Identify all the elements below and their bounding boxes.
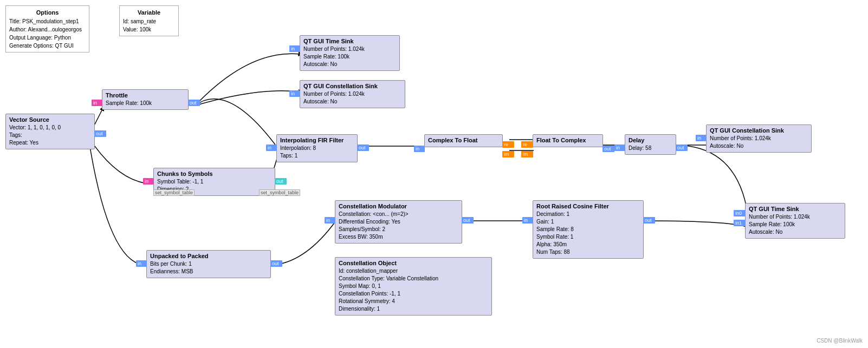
interpolating-fir-title: Interpolating FIR Filter — [280, 137, 354, 143]
vector-source-block[interactable]: Vector Source Vector: 1, 1, 0, 1, 0, 0 T… — [5, 114, 95, 149]
qt-gui-time-sink-2-field-3: Autoscale: No — [749, 228, 841, 236]
qt-gui-constellation-sink-1-block[interactable]: in QT GUI Constellation Sink Number of P… — [300, 80, 405, 108]
constellation-object-field-5: Rotational Symmetry: 4 — [339, 298, 488, 305]
constellation-modulator-field-1: Constellation: <con... (m=2)> — [339, 211, 458, 218]
qt-gui-constellation-sink-1-in-port[interactable]: in — [289, 90, 300, 97]
vector-source-title: Vector Source — [9, 116, 91, 123]
set-symbol-table-label-1: set_symbol_table — [153, 189, 195, 196]
delay-out-port[interactable]: out — [676, 145, 688, 151]
variable-field-2: Value: 100k — [123, 25, 175, 34]
root-raised-cosine-out-port[interactable]: out — [643, 217, 655, 224]
variable-block: Variable Id: samp_rate Value: 100k — [119, 5, 179, 36]
root-raised-cosine-field-6: Num Taps: 88 — [536, 248, 640, 256]
qt-gui-constellation-sink-1-title: QT GUI Constellation Sink — [303, 83, 401, 89]
constellation-modulator-block[interactable]: in Constellation Modulator Constellation… — [335, 200, 462, 244]
unpacked-to-packed-in-port[interactable]: in — [136, 260, 147, 267]
throttle-block[interactable]: in Throttle Sample Rate: 100k out — [102, 89, 189, 110]
float-to-complex-out-port[interactable]: out — [603, 146, 614, 152]
unpacked-to-packed-block[interactable]: in Unpacked to Packed Bits per Chunk: 1 … — [146, 250, 271, 278]
constellation-object-field-4: Constellation Points: -1, 1 — [339, 290, 488, 298]
unpacked-to-packed-field-1: Bits per Chunk: 1 — [150, 260, 267, 268]
complex-to-float-title: Complex To Float — [428, 137, 499, 143]
variable-title: Variable — [123, 8, 175, 17]
float-to-complex-block[interactable]: re im Float To Complex out — [533, 134, 603, 147]
interpolating-fir-out-port[interactable]: out — [357, 145, 369, 151]
qt-gui-time-sink-1-field-3: Autoscale: No — [303, 61, 396, 68]
vector-source-field-1: Vector: 1, 1, 0, 1, 0, 0 — [9, 124, 91, 132]
constellation-object-title: Constellation Object — [339, 260, 488, 266]
throttle-out-port[interactable]: out — [188, 100, 200, 106]
complex-to-float-in-port[interactable]: in — [414, 146, 425, 152]
interpolating-fir-field-2: Taps: 1 — [280, 152, 354, 160]
qt-gui-constellation-sink-1-field-1: Number of Points: 1.024k — [303, 90, 401, 98]
qt-gui-time-sink-1-field-1: Number of Points: 1.024k — [303, 45, 396, 53]
qt-gui-constellation-sink-2-field-2: Autoscale: No — [710, 142, 808, 150]
chunks-to-symbols-title: Chunks to Symbols — [157, 170, 271, 177]
float-to-complex-re-port[interactable]: re — [521, 141, 533, 148]
constellation-object-field-3: Symbol Map: 0, 1 — [339, 283, 488, 290]
interpolating-fir-in-port[interactable]: in — [266, 145, 277, 151]
variable-field-1: Id: samp_rate — [123, 17, 175, 25]
chunks-to-symbols-in-port[interactable]: in — [143, 178, 154, 185]
vector-source-out-port[interactable]: out — [94, 130, 106, 137]
options-field-4: Generate Options: QT GUI — [9, 42, 86, 50]
qt-gui-constellation-sink-2-field-1: Number of Points: 1.024k — [710, 135, 808, 142]
root-raised-cosine-field-1: Decimation: 1 — [536, 211, 640, 218]
root-raised-cosine-field-2: Gain: 1 — [536, 218, 640, 226]
root-raised-cosine-title: Root Raised Cosine Filter — [536, 203, 640, 209]
qt-gui-time-sink-2-field-1: Number of Points: 1.024k — [749, 213, 841, 221]
constellation-modulator-field-3: Samples/Symbol: 2 — [339, 226, 458, 233]
constellation-object-field-1: Id: constellation_mapper — [339, 267, 488, 275]
chunks-to-symbols-out-port[interactable]: out — [275, 178, 287, 185]
constellation-modulator-title: Constellation Modulator — [339, 203, 458, 209]
qt-gui-constellation-sink-2-title: QT GUI Constellation Sink — [710, 127, 808, 134]
delay-block[interactable]: in Delay Delay: 58 out — [625, 134, 676, 155]
qt-gui-constellation-sink-2-in-port[interactable]: in — [696, 135, 707, 141]
options-block: Options Title: PSK_modulation_step1 Auth… — [5, 5, 89, 52]
vector-source-field-2: Tags: — [9, 132, 91, 139]
root-raised-cosine-field-4: Symbol Rate: 1 — [536, 233, 640, 241]
root-raised-cosine-field-3: Sample Rate: 8 — [536, 226, 640, 233]
unpacked-to-packed-field-2: Endianness: MSB — [150, 268, 267, 275]
qt-gui-time-sink-1-title: QT GUI Time Sink — [303, 38, 396, 44]
chunks-to-symbols-field-1: Symbol Table: -1, 1 — [157, 178, 271, 186]
complex-to-float-im-port[interactable]: im — [502, 151, 514, 157]
delay-title: Delay — [629, 137, 672, 143]
options-field-1: Title: PSK_modulation_step1 — [9, 17, 86, 25]
constellation-object-block[interactable]: Constellation Object Id: constellation_m… — [335, 257, 492, 316]
qt-gui-time-sink-1-in-port[interactable]: in — [289, 45, 300, 52]
throttle-field-1: Sample Rate: 100k — [106, 100, 185, 107]
complex-to-float-block[interactable]: in Complex To Float re im — [424, 134, 503, 147]
float-to-complex-im-port[interactable]: im — [521, 151, 533, 157]
qt-gui-time-sink-2-field-2: Sample Rate: 100k — [749, 221, 841, 228]
constellation-object-field-6: Dimensionality: 1 — [339, 305, 488, 313]
qt-gui-constellation-sink-2-block[interactable]: in QT GUI Constellation Sink Number of P… — [706, 124, 812, 153]
constellation-modulator-out-port[interactable]: out — [462, 217, 474, 224]
complex-to-float-re-port[interactable]: re — [502, 141, 514, 148]
qt-gui-time-sink-2-block[interactable]: in0 in1 QT GUI Time Sink Number of Point… — [745, 203, 845, 239]
constellation-modulator-field-2: Differential Encoding: Yes — [339, 218, 458, 226]
constellation-object-field-2: Constellation Type: Variable Constellati… — [339, 275, 488, 283]
qt-gui-time-sink-2-in0-port[interactable]: in0 — [734, 210, 746, 216]
qt-gui-time-sink-2-title: QT GUI Time Sink — [749, 206, 841, 212]
options-field-3: Output Language: Python — [9, 34, 86, 42]
constellation-modulator-field-4: Excess BW: 350m — [339, 233, 458, 241]
vector-source-field-3: Repeat: Yes — [9, 139, 91, 147]
unpacked-to-packed-out-port[interactable]: out — [270, 260, 282, 267]
root-raised-cosine-block[interactable]: in Root Raised Cosine Filter Decimation:… — [533, 200, 644, 259]
options-title: Options — [9, 8, 86, 17]
qt-gui-time-sink-1-field-2: Sample Rate: 100k — [303, 53, 396, 61]
root-raised-cosine-field-5: Alpha: 350m — [536, 241, 640, 248]
qt-gui-time-sink-1-block[interactable]: in QT GUI Time Sink Number of Points: 1.… — [300, 35, 400, 71]
float-to-complex-title: Float To Complex — [536, 137, 599, 143]
qt-gui-time-sink-2-in1-port[interactable]: in1 — [734, 220, 746, 226]
qt-gui-constellation-sink-1-field-2: Autoscale: No — [303, 98, 401, 106]
constellation-modulator-in-port[interactable]: in — [325, 217, 335, 224]
throttle-title: Throttle — [106, 92, 185, 99]
delay-in-port[interactable]: in — [614, 145, 625, 151]
throttle-in-port[interactable]: in — [92, 100, 102, 106]
options-field-2: Author: Alexand...oulogeorgos — [9, 25, 86, 34]
root-raised-cosine-in-port[interactable]: in — [522, 217, 533, 224]
interpolating-fir-block[interactable]: in Interpolating FIR Filter Interpolatio… — [276, 134, 358, 162]
delay-field-1: Delay: 58 — [629, 145, 672, 152]
